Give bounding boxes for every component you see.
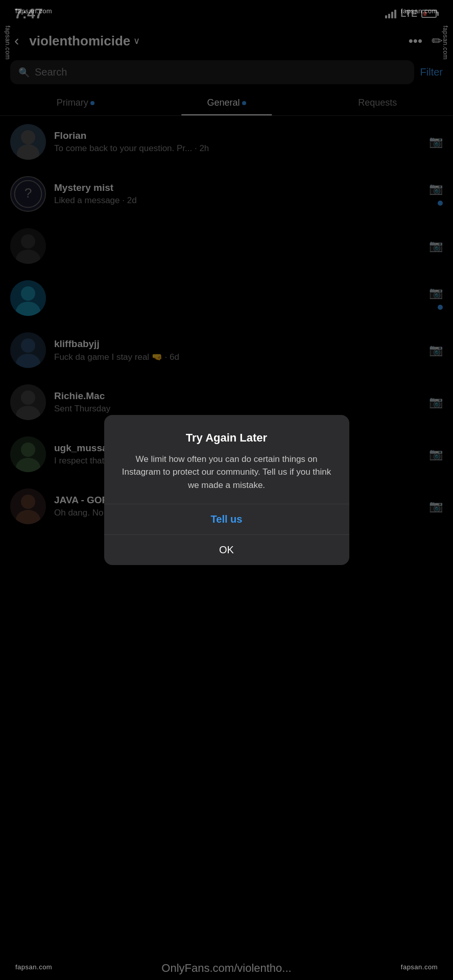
modal-overlay: Try Again Later We limit how often you c… (0, 0, 453, 980)
modal-title: Try Again Later (118, 431, 335, 445)
watermark-bottom-left: fapsan.com (15, 963, 52, 971)
modal-body: Try Again Later We limit how often you c… (104, 415, 349, 504)
watermark-bottom-right: fapsan.com (401, 963, 438, 971)
watermark-side-right: fapsan.com (442, 26, 449, 60)
watermark-top-left: fapsan.com (15, 7, 52, 15)
tell-us-button[interactable]: Tell us (104, 504, 349, 534)
watermark-top-right: fapsan.com (401, 7, 438, 15)
modal-message: We limit how often you can do certain th… (118, 453, 335, 492)
try-again-modal: Try Again Later We limit how often you c… (104, 415, 349, 566)
watermark-side-left: fapsan.com (4, 26, 11, 60)
ok-button[interactable]: OK (104, 535, 349, 565)
